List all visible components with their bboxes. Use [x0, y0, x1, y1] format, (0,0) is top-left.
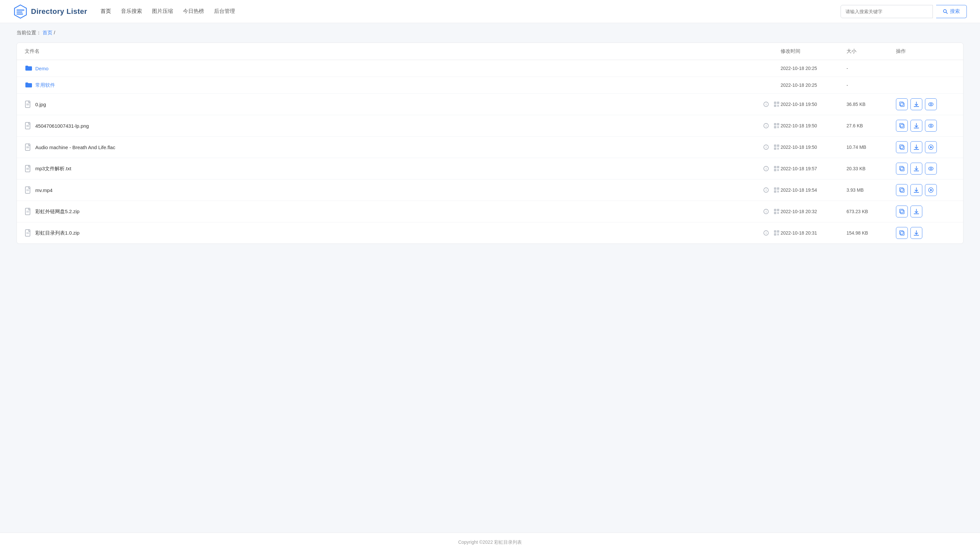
logo-icon [13, 4, 28, 19]
col-filename: 文件名 [25, 48, 781, 54]
svg-rect-63 [900, 146, 904, 150]
info-button[interactable]: i [762, 207, 770, 215]
info-button[interactable]: i [762, 100, 770, 108]
qr-button[interactable] [773, 207, 781, 215]
file-name[interactable]: 0.jpg [35, 102, 46, 107]
table-row: mv.mp4 i 2022-10-18 19:54 3.93 MB [17, 179, 963, 201]
file-inline-actions: i [762, 122, 781, 130]
file-name[interactable]: 彩虹目录列表1.0.zip [35, 230, 80, 236]
play-button[interactable] [925, 184, 937, 196]
file-modified: 2022-10-18 19:50 [781, 145, 846, 150]
file-size: - [846, 83, 896, 88]
play-button[interactable] [925, 141, 937, 153]
nav-item-image[interactable]: 图片压缩 [152, 6, 173, 16]
table-row: Audio machine - Breath And Life.flac i 2… [17, 137, 963, 158]
table-row: 0.jpg i 2022-10-18 19:50 36.85 KB [17, 94, 963, 115]
copy-button[interactable] [896, 120, 908, 132]
breadcrumb-home[interactable]: 首页 [43, 30, 52, 35]
copy-button[interactable] [896, 98, 908, 110]
download-button[interactable] [910, 163, 922, 174]
svg-point-88 [929, 167, 933, 170]
preview-button[interactable] [925, 163, 937, 174]
file-modified: 2022-10-18 20:25 [781, 83, 846, 88]
file-name[interactable]: mp3文件解析.txt [35, 166, 71, 172]
file-name[interactable]: Audio machine - Breath And Life.flac [35, 145, 115, 150]
svg-rect-106 [900, 188, 903, 191]
svg-rect-61 [777, 149, 778, 150]
svg-rect-121 [775, 213, 776, 214]
info-button[interactable]: i [762, 186, 770, 194]
search-btn-label: 搜索 [950, 8, 960, 14]
nav-item-music[interactable]: 音乐搜索 [121, 6, 142, 16]
info-button[interactable]: i [762, 164, 770, 172]
svg-rect-48 [25, 144, 30, 150]
file-size: - [846, 65, 896, 71]
svg-rect-64 [900, 145, 903, 148]
svg-rect-142 [778, 234, 779, 234]
qr-button[interactable] [773, 122, 781, 130]
file-table: 文件名 修改时间 大小 操作 Demo 2022-10-18 20:25 - [16, 43, 964, 244]
search-button[interactable]: 搜索 [936, 5, 967, 18]
copy-button[interactable] [896, 141, 908, 153]
file-modified: 2022-10-18 20:31 [781, 230, 846, 236]
svg-rect-40 [777, 128, 778, 128]
nav: 首页 音乐搜索 图片压缩 今日热榜 后台管理 [100, 6, 235, 16]
file-icon [25, 208, 32, 215]
logo[interactable]: Directory Lister [13, 4, 88, 19]
svg-rect-38 [777, 126, 778, 127]
svg-rect-143 [777, 235, 778, 235]
svg-rect-81 [778, 169, 779, 170]
svg-rect-146 [900, 231, 903, 234]
download-button[interactable] [910, 98, 922, 110]
svg-marker-110 [930, 189, 932, 191]
file-name-cell: 常用软件 [25, 81, 781, 89]
download-button[interactable] [910, 227, 922, 239]
download-button[interactable] [910, 206, 922, 217]
svg-rect-83 [778, 170, 779, 171]
file-name[interactable]: 彩虹外链网盘5.2.zip [35, 209, 80, 215]
info-button[interactable]: i [762, 143, 770, 151]
download-button[interactable] [910, 120, 922, 132]
nav-item-admin[interactable]: 后台管理 [214, 6, 235, 16]
svg-rect-102 [778, 191, 779, 191]
svg-text:i: i [766, 103, 767, 106]
qr-button[interactable] [773, 164, 781, 172]
svg-rect-126 [900, 210, 904, 214]
copy-button[interactable] [896, 206, 908, 217]
search-input[interactable] [840, 5, 933, 18]
file-name[interactable]: 45047061007431-lp.png [35, 123, 89, 129]
download-button[interactable] [910, 184, 922, 196]
download-button[interactable] [910, 141, 922, 153]
nav-item-hot[interactable]: 今日热榜 [183, 6, 204, 16]
file-name[interactable]: Demo [35, 65, 48, 71]
file-name-cell: 0.jpg i [25, 100, 781, 108]
svg-rect-119 [775, 210, 776, 211]
file-name[interactable]: mv.mp4 [35, 187, 52, 193]
file-name[interactable]: 常用软件 [35, 82, 55, 88]
preview-button[interactable] [925, 98, 937, 110]
copy-button[interactable] [896, 163, 908, 174]
file-modified: 2022-10-18 19:50 [781, 123, 846, 128]
file-icon [25, 229, 32, 236]
footer-text: Copyright ©2022 彩虹目录列表 [458, 539, 522, 545]
preview-button[interactable] [925, 120, 937, 132]
svg-marker-68 [930, 146, 932, 148]
copy-button[interactable] [896, 227, 908, 239]
copy-button[interactable] [896, 184, 908, 196]
qr-button[interactable] [773, 143, 781, 151]
table-row: mp3文件解析.txt i 2022-10-18 19:57 20.33 KB [17, 158, 963, 179]
action-cell [896, 227, 955, 239]
info-button[interactable]: i [762, 122, 770, 130]
svg-rect-14 [775, 103, 776, 103]
svg-rect-124 [777, 213, 778, 214]
svg-rect-139 [778, 231, 779, 232]
svg-rect-62 [778, 149, 779, 150]
table-row: 常用软件 2022-10-18 20:25 - [17, 77, 963, 94]
svg-rect-99 [778, 188, 779, 189]
info-button[interactable]: i [762, 229, 770, 237]
qr-button[interactable] [773, 100, 781, 108]
svg-rect-104 [778, 192, 779, 192]
nav-item-home[interactable]: 首页 [100, 6, 111, 16]
qr-button[interactable] [773, 229, 781, 237]
qr-button[interactable] [773, 186, 781, 194]
